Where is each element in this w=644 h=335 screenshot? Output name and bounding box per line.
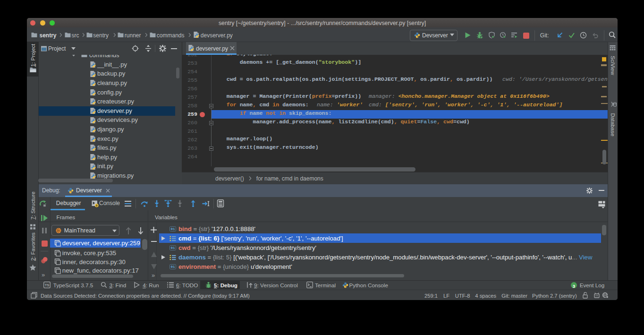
svg-text:01: 01: [170, 265, 175, 269]
svg-text:01: 01: [170, 227, 175, 231]
svg-text:01: 01: [170, 246, 175, 250]
svg-text:TS: TS: [45, 283, 50, 287]
